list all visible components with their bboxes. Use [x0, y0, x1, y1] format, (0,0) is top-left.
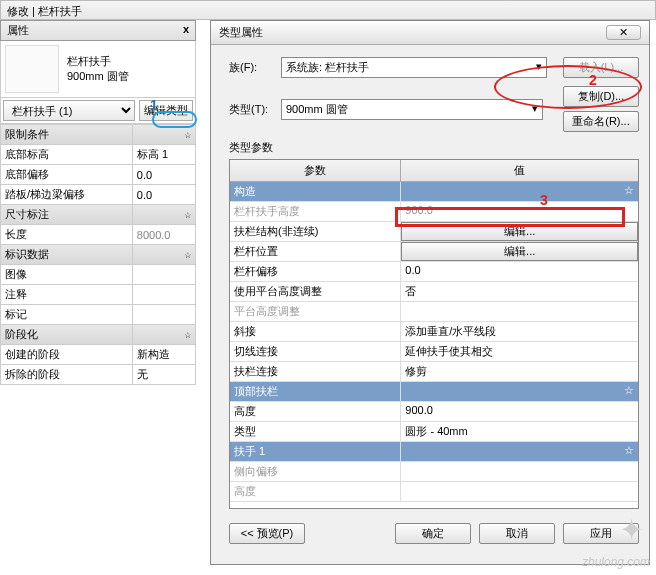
prop-name: 底部偏移 [1, 165, 133, 185]
param-name: 扶栏结构(非连续) [230, 222, 401, 241]
type-params-grid: 参数 值 构造☆ 栏杆扶手高度900.0 扶栏结构(非连续)编辑... 栏杆位置… [229, 159, 639, 509]
properties-panel: 属性 x 栏杆扶手 900mm 圆管 栏杆扶手 (1) 编辑类型 限制条件☆ 底… [0, 20, 196, 385]
group-construction[interactable]: 构造 [230, 182, 401, 201]
param-name: 斜接 [230, 322, 401, 341]
param-value [401, 482, 638, 501]
param-name: 类型 [230, 422, 401, 441]
param-name: 高度 [230, 482, 401, 501]
param-value[interactable]: 否 [401, 282, 638, 301]
prop-name: 注释 [1, 285, 133, 305]
dialog-close-button[interactable]: ✕ [606, 25, 641, 40]
param-value[interactable]: 延伸扶手使其相交 [401, 342, 638, 361]
param-name: 侧向偏移 [230, 462, 401, 481]
prop-name: 标记 [1, 305, 133, 325]
instance-selector[interactable]: 栏杆扶手 (1) [3, 100, 135, 121]
edit-baluster-position-button[interactable]: 编辑... [401, 242, 638, 261]
properties-table: 限制条件☆ 底部标高标高 1 底部偏移0.0 踏板/梯边梁偏移0.0 尺寸标注☆… [0, 124, 196, 385]
param-value[interactable]: 修剪 [401, 362, 638, 381]
properties-title: 属性 [7, 23, 29, 38]
prop-value[interactable]: 无 [132, 365, 195, 385]
type-family-label: 栏杆扶手 [67, 54, 129, 69]
prop-value: 8000.0 [132, 225, 195, 245]
type-params-label: 类型参数 [229, 140, 639, 155]
param-name: 平台高度调整 [230, 302, 401, 321]
prop-value[interactable] [132, 285, 195, 305]
group-phasing[interactable]: 阶段化 [1, 325, 133, 345]
cancel-button[interactable]: 取消 [479, 523, 555, 544]
close-icon[interactable]: x [183, 23, 189, 38]
duplicate-button[interactable]: 复制(D)... [563, 86, 639, 107]
collapse-icon[interactable]: ☆ [401, 182, 638, 201]
ok-button[interactable]: 确定 [395, 523, 471, 544]
annotation-marker-1: 1 [150, 97, 158, 113]
preview-button[interactable]: << 预览(P) [229, 523, 305, 544]
col-param: 参数 [230, 160, 401, 181]
param-value: 900.0 [401, 202, 638, 221]
type-combo[interactable]: 900mm 圆管 [281, 99, 543, 120]
collapse-icon[interactable]: ☆ [184, 208, 191, 221]
properties-header: 属性 x [0, 20, 196, 41]
group-constraints[interactable]: 限制条件 [1, 125, 133, 145]
watermark-star-icon: ✦ [619, 512, 644, 547]
param-name: 高度 [230, 402, 401, 421]
prop-name: 拆除的阶段 [1, 365, 133, 385]
param-name: 栏杆位置 [230, 242, 401, 261]
rename-button[interactable]: 重命名(R)... [563, 111, 639, 132]
prop-value[interactable] [132, 305, 195, 325]
param-name: 切线连接 [230, 342, 401, 361]
collapse-icon[interactable]: ☆ [401, 382, 638, 401]
group-top-rail[interactable]: 顶部扶栏 [230, 382, 401, 401]
param-name: 扶栏连接 [230, 362, 401, 381]
type-selector[interactable]: 栏杆扶手 900mm 圆管 [0, 41, 196, 98]
collapse-icon[interactable]: ☆ [401, 442, 638, 461]
prop-value[interactable] [132, 265, 195, 285]
param-value [401, 462, 638, 481]
family-label: 族(F): [229, 60, 281, 75]
edit-baluster-structure-button[interactable]: 编辑... [401, 222, 638, 241]
param-value[interactable]: 添加垂直/水平线段 [401, 322, 638, 341]
collapse-icon[interactable]: ☆ [184, 128, 191, 141]
load-button[interactable]: 载入(L)... [563, 57, 639, 78]
prop-name: 踏板/梯边梁偏移 [1, 185, 133, 205]
type-name-label: 900mm 圆管 [67, 69, 129, 84]
dialog-title: 类型属性 [219, 25, 263, 40]
param-value[interactable]: 0.0 [401, 262, 638, 281]
prop-name: 底部标高 [1, 145, 133, 165]
col-value: 值 [401, 160, 638, 181]
prop-value[interactable]: 0.0 [132, 185, 195, 205]
param-value[interactable]: 900.0 [401, 402, 638, 421]
prop-name: 长度 [1, 225, 133, 245]
param-name: 栏杆偏移 [230, 262, 401, 281]
prop-value[interactable]: 新构造 [132, 345, 195, 365]
family-combo[interactable]: 系统族: 栏杆扶手 [281, 57, 547, 78]
title-bar: 修改 | 栏杆扶手 [0, 0, 656, 20]
param-value [401, 302, 638, 321]
param-value[interactable]: 圆形 - 40mm [401, 422, 638, 441]
type-label: 类型(T): [229, 102, 281, 117]
annotation-marker-3: 3 [540, 192, 548, 208]
prop-value[interactable]: 标高 1 [132, 145, 195, 165]
prop-name: 图像 [1, 265, 133, 285]
param-name: 栏杆扶手高度 [230, 202, 401, 221]
type-properties-dialog: 类型属性 ✕ 族(F): 系统族: 栏杆扶手 载入(L)... 类型(T): 9… [210, 20, 650, 565]
prop-name: 创建的阶段 [1, 345, 133, 365]
watermark-text: zhulong.com [582, 555, 650, 569]
edit-type-button[interactable]: 编辑类型 [139, 100, 193, 121]
collapse-icon[interactable]: ☆ [184, 328, 191, 341]
group-handrail-1[interactable]: 扶手 1 [230, 442, 401, 461]
prop-value[interactable]: 0.0 [132, 165, 195, 185]
type-thumbnail [5, 45, 59, 93]
param-name: 使用平台高度调整 [230, 282, 401, 301]
collapse-icon[interactable]: ☆ [184, 248, 191, 261]
annotation-marker-2: 2 [589, 72, 597, 88]
group-dims[interactable]: 尺寸标注 [1, 205, 133, 225]
group-identity[interactable]: 标识数据 [1, 245, 133, 265]
